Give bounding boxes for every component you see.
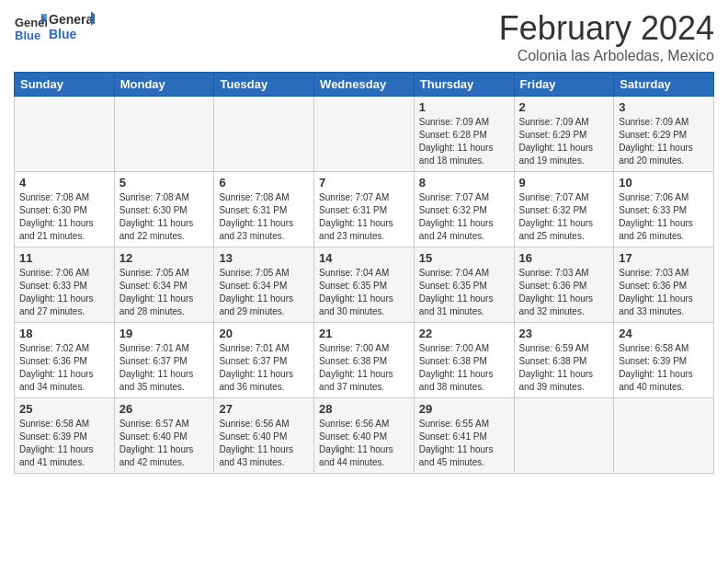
- day-number: 8: [419, 176, 509, 190]
- calendar-cell: 5Sunrise: 7:08 AM Sunset: 6:30 PM Daylig…: [114, 172, 214, 247]
- main-title: February 2024: [499, 9, 714, 48]
- col-wednesday: Wednesday: [314, 73, 415, 97]
- calendar-cell: 29Sunrise: 6:55 AM Sunset: 6:41 PM Dayli…: [414, 398, 514, 474]
- calendar-cell: 14Sunrise: 7:04 AM Sunset: 6:35 PM Dayli…: [314, 247, 415, 323]
- day-info: Sunrise: 6:57 AM Sunset: 6:40 PM Dayligh…: [119, 418, 210, 469]
- day-info: Sunrise: 6:58 AM Sunset: 6:39 PM Dayligh…: [19, 418, 109, 469]
- day-number: 9: [519, 176, 609, 190]
- day-number: 15: [419, 251, 509, 265]
- day-number: 7: [319, 176, 409, 190]
- calendar-cell: [614, 398, 714, 474]
- day-info: Sunrise: 7:07 AM Sunset: 6:31 PM Dayligh…: [319, 191, 409, 243]
- day-number: 17: [619, 251, 709, 265]
- page-header: General Blue General Blue February 2024 …: [14, 9, 714, 64]
- day-number: 21: [319, 327, 409, 340]
- calendar-cell: 11Sunrise: 7:06 AM Sunset: 6:33 PM Dayli…: [15, 247, 115, 323]
- calendar-cell: 24Sunrise: 6:58 AM Sunset: 6:39 PM Dayli…: [614, 323, 714, 398]
- day-number: 25: [19, 402, 109, 416]
- week-row-4: 18Sunrise: 7:02 AM Sunset: 6:36 PM Dayli…: [15, 323, 714, 398]
- col-friday: Friday: [514, 73, 614, 97]
- calendar-cell: 28Sunrise: 6:56 AM Sunset: 6:40 PM Dayli…: [314, 398, 415, 474]
- day-info: Sunrise: 6:55 AM Sunset: 6:41 PM Dayligh…: [419, 418, 509, 469]
- logo-blue-text: Blue: [49, 27, 77, 41]
- logo: General Blue General Blue: [14, 9, 95, 48]
- day-number: 28: [319, 402, 409, 416]
- day-number: 5: [119, 176, 210, 190]
- calendar-body: 1Sunrise: 7:09 AM Sunset: 6:28 PM Daylig…: [15, 97, 714, 474]
- col-tuesday: Tuesday: [214, 73, 314, 97]
- calendar-cell: 27Sunrise: 6:56 AM Sunset: 6:40 PM Dayli…: [214, 398, 314, 474]
- calendar-cell: [514, 398, 614, 474]
- day-info: Sunrise: 7:06 AM Sunset: 6:33 PM Dayligh…: [19, 267, 109, 318]
- calendar-cell: 10Sunrise: 7:06 AM Sunset: 6:33 PM Dayli…: [614, 172, 714, 247]
- calendar-cell: [314, 97, 415, 172]
- calendar-cell: [214, 97, 314, 172]
- day-info: Sunrise: 7:06 AM Sunset: 6:33 PM Dayligh…: [619, 191, 709, 243]
- page-container: General Blue General Blue February 2024 …: [0, 0, 728, 483]
- calendar-cell: 3Sunrise: 7:09 AM Sunset: 6:29 PM Daylig…: [614, 97, 714, 172]
- day-info: Sunrise: 6:56 AM Sunset: 6:40 PM Dayligh…: [219, 418, 309, 469]
- calendar-cell: 4Sunrise: 7:08 AM Sunset: 6:30 PM Daylig…: [15, 172, 115, 247]
- col-sunday: Sunday: [15, 73, 115, 97]
- day-info: Sunrise: 7:07 AM Sunset: 6:32 PM Dayligh…: [519, 191, 609, 243]
- day-info: Sunrise: 7:00 AM Sunset: 6:38 PM Dayligh…: [319, 342, 409, 394]
- calendar-cell: 1Sunrise: 7:09 AM Sunset: 6:28 PM Daylig…: [414, 97, 514, 172]
- calendar-cell: 17Sunrise: 7:03 AM Sunset: 6:36 PM Dayli…: [614, 247, 714, 323]
- day-info: Sunrise: 6:58 AM Sunset: 6:39 PM Dayligh…: [619, 342, 709, 394]
- day-number: 13: [219, 251, 309, 265]
- calendar-cell: [15, 97, 115, 172]
- calendar-cell: 15Sunrise: 7:04 AM Sunset: 6:35 PM Dayli…: [414, 247, 514, 323]
- col-thursday: Thursday: [414, 73, 514, 97]
- subtitle: Colonia las Arboledas, Mexico: [499, 48, 714, 64]
- day-info: Sunrise: 7:09 AM Sunset: 6:29 PM Dayligh…: [519, 116, 609, 167]
- day-info: Sunrise: 7:09 AM Sunset: 6:28 PM Dayligh…: [419, 116, 509, 167]
- day-number: 14: [319, 251, 409, 265]
- calendar-cell: [114, 97, 214, 172]
- day-number: 24: [619, 327, 709, 340]
- calendar-cell: 18Sunrise: 7:02 AM Sunset: 6:36 PM Dayli…: [15, 323, 115, 398]
- calendar-cell: 23Sunrise: 6:59 AM Sunset: 6:38 PM Dayli…: [514, 323, 614, 398]
- week-row-1: 1Sunrise: 7:09 AM Sunset: 6:28 PM Daylig…: [15, 97, 714, 172]
- day-info: Sunrise: 7:08 AM Sunset: 6:31 PM Dayligh…: [219, 191, 309, 243]
- calendar-cell: 9Sunrise: 7:07 AM Sunset: 6:32 PM Daylig…: [514, 172, 614, 247]
- calendar-table: Sunday Monday Tuesday Wednesday Thursday…: [14, 72, 714, 474]
- day-info: Sunrise: 7:03 AM Sunset: 6:36 PM Dayligh…: [519, 267, 609, 318]
- day-number: 27: [219, 402, 309, 416]
- week-row-5: 25Sunrise: 6:58 AM Sunset: 6:39 PM Dayli…: [15, 398, 714, 474]
- day-number: 11: [19, 251, 109, 265]
- day-number: 1: [419, 100, 509, 114]
- day-info: Sunrise: 7:09 AM Sunset: 6:29 PM Dayligh…: [619, 116, 709, 167]
- col-monday: Monday: [114, 73, 214, 97]
- day-number: 20: [219, 327, 309, 340]
- calendar-cell: 25Sunrise: 6:58 AM Sunset: 6:39 PM Dayli…: [15, 398, 115, 474]
- day-number: 19: [119, 327, 210, 340]
- day-number: 10: [619, 176, 709, 190]
- calendar-cell: 2Sunrise: 7:09 AM Sunset: 6:29 PM Daylig…: [514, 97, 614, 172]
- col-saturday: Saturday: [614, 73, 714, 97]
- calendar-cell: 22Sunrise: 7:00 AM Sunset: 6:38 PM Dayli…: [414, 323, 514, 398]
- day-number: 22: [419, 327, 509, 340]
- day-info: Sunrise: 7:03 AM Sunset: 6:36 PM Dayligh…: [619, 267, 709, 318]
- header-row: Sunday Monday Tuesday Wednesday Thursday…: [15, 73, 714, 97]
- title-section: February 2024 Colonia las Arboledas, Mex…: [499, 9, 714, 64]
- day-number: 26: [119, 402, 210, 416]
- day-number: 3: [619, 100, 709, 114]
- day-info: Sunrise: 7:04 AM Sunset: 6:35 PM Dayligh…: [419, 267, 509, 318]
- day-info: Sunrise: 7:08 AM Sunset: 6:30 PM Dayligh…: [19, 191, 109, 243]
- day-info: Sunrise: 7:00 AM Sunset: 6:38 PM Dayligh…: [419, 342, 509, 394]
- calendar-cell: 21Sunrise: 7:00 AM Sunset: 6:38 PM Dayli…: [314, 323, 415, 398]
- day-number: 2: [519, 100, 609, 114]
- svg-text:Blue: Blue: [15, 29, 40, 42]
- calendar-cell: 16Sunrise: 7:03 AM Sunset: 6:36 PM Dayli…: [514, 247, 614, 323]
- day-number: 18: [19, 327, 109, 340]
- day-number: 6: [219, 176, 309, 190]
- day-info: Sunrise: 7:01 AM Sunset: 6:37 PM Dayligh…: [219, 342, 309, 394]
- day-info: Sunrise: 7:02 AM Sunset: 6:36 PM Dayligh…: [19, 342, 109, 394]
- calendar-cell: 19Sunrise: 7:01 AM Sunset: 6:37 PM Dayli…: [114, 323, 214, 398]
- calendar-cell: 20Sunrise: 7:01 AM Sunset: 6:37 PM Dayli…: [214, 323, 314, 398]
- day-number: 16: [519, 251, 609, 265]
- calendar-cell: 12Sunrise: 7:05 AM Sunset: 6:34 PM Dayli…: [114, 247, 214, 323]
- day-info: Sunrise: 7:01 AM Sunset: 6:37 PM Dayligh…: [119, 342, 210, 394]
- logo-general-text: General: [49, 12, 95, 27]
- day-info: Sunrise: 7:05 AM Sunset: 6:34 PM Dayligh…: [219, 267, 309, 318]
